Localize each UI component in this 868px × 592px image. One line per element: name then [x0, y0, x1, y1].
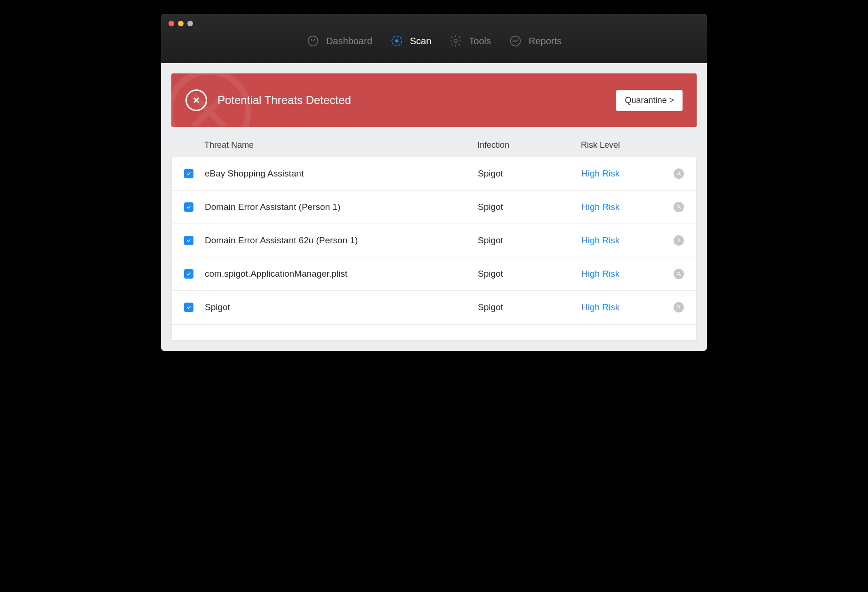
- tab-label: Reports: [529, 36, 562, 47]
- threat-name: Spigot: [205, 302, 478, 312]
- threat-name: com.spigot.ApplicationManager.plist: [205, 269, 478, 279]
- threat-name: eBay Shopping Assistant: [205, 168, 478, 179]
- svg-point-8: [677, 205, 680, 208]
- minimize-window-button[interactable]: [178, 21, 184, 26]
- threat-risk: High Risk: [581, 235, 657, 246]
- table-row: com.spigot.ApplicationManager.plist Spig…: [172, 257, 696, 291]
- threat-name: Domain Error Assistant (Person 1): [205, 202, 478, 212]
- tab-reports[interactable]: Reports: [509, 34, 562, 48]
- table-header: Threat Name Infection Risk Level: [171, 134, 697, 157]
- threat-checkbox[interactable]: [184, 269, 193, 279]
- tab-label: Tools: [469, 36, 491, 47]
- threat-checkbox[interactable]: [184, 236, 193, 245]
- tab-label: Dashboard: [326, 36, 372, 47]
- tab-tools[interactable]: Tools: [449, 34, 491, 48]
- tab-label: Scan: [410, 36, 432, 47]
- titlebar: Dashboard Scan Tools Reports: [161, 14, 707, 63]
- svg-point-7: [677, 172, 680, 175]
- magnify-icon[interactable]: [674, 302, 684, 312]
- svg-point-11: [677, 305, 680, 308]
- threat-infection: Spigot: [478, 235, 581, 246]
- threat-risk: High Risk: [581, 168, 657, 179]
- column-header-risk: Risk Level: [581, 140, 656, 150]
- threat-checkbox[interactable]: [184, 202, 193, 212]
- table-body: eBay Shopping Assistant Spigot High Risk: [171, 157, 697, 341]
- table-footer: [172, 324, 696, 340]
- threat-infection: Spigot: [478, 269, 581, 279]
- content-area: Potential Threats Detected Quarantine > …: [161, 63, 707, 351]
- close-window-button[interactable]: [169, 21, 174, 26]
- gear-icon: [449, 34, 462, 48]
- svg-point-10: [677, 272, 680, 275]
- table-row: Spigot Spigot High Risk: [172, 291, 696, 324]
- app-window: Dashboard Scan Tools Reports: [161, 14, 707, 351]
- gauge-icon: [306, 34, 320, 48]
- svg-point-1: [311, 39, 313, 41]
- tab-scan[interactable]: Scan: [390, 34, 432, 48]
- column-header-name: Threat Name: [204, 140, 477, 150]
- alert-banner: Potential Threats Detected Quarantine >: [171, 73, 697, 127]
- magnify-icon[interactable]: [674, 168, 684, 179]
- svg-point-9: [677, 239, 680, 241]
- nav-tabs: Dashboard Scan Tools Reports: [161, 14, 707, 63]
- quarantine-button[interactable]: Quarantine >: [616, 90, 683, 111]
- threat-infection: Spigot: [478, 168, 581, 179]
- threat-risk: High Risk: [581, 202, 657, 212]
- threats-table: Threat Name Infection Risk Level eBay Sh…: [171, 134, 697, 341]
- svg-point-3: [395, 40, 398, 43]
- target-icon: [390, 34, 403, 48]
- threat-checkbox[interactable]: [184, 169, 193, 178]
- maximize-window-button[interactable]: [187, 21, 193, 26]
- magnify-icon[interactable]: [674, 202, 684, 212]
- alert-left: Potential Threats Detected: [185, 89, 351, 111]
- table-row: eBay Shopping Assistant Spigot High Risk: [172, 157, 696, 191]
- svg-point-4: [454, 40, 458, 43]
- threat-infection: Spigot: [478, 302, 581, 312]
- column-header-infection: Infection: [477, 140, 581, 150]
- threat-infection: Spigot: [478, 202, 581, 212]
- threat-checkbox[interactable]: [184, 303, 193, 312]
- magnify-icon[interactable]: [674, 269, 684, 279]
- tab-dashboard[interactable]: Dashboard: [306, 34, 372, 48]
- alert-title: Potential Threats Detected: [217, 94, 351, 107]
- threat-risk: High Risk: [581, 302, 657, 312]
- traffic-lights: [169, 21, 193, 26]
- table-row: Domain Error Assistant 62u (Person 1) Sp…: [172, 224, 696, 257]
- alert-x-icon: [185, 89, 207, 111]
- chart-icon: [509, 34, 522, 48]
- table-row: Domain Error Assistant (Person 1) Spigot…: [172, 191, 696, 224]
- threat-risk: High Risk: [581, 269, 657, 279]
- magnify-icon[interactable]: [674, 235, 684, 246]
- threat-name: Domain Error Assistant 62u (Person 1): [205, 235, 478, 246]
